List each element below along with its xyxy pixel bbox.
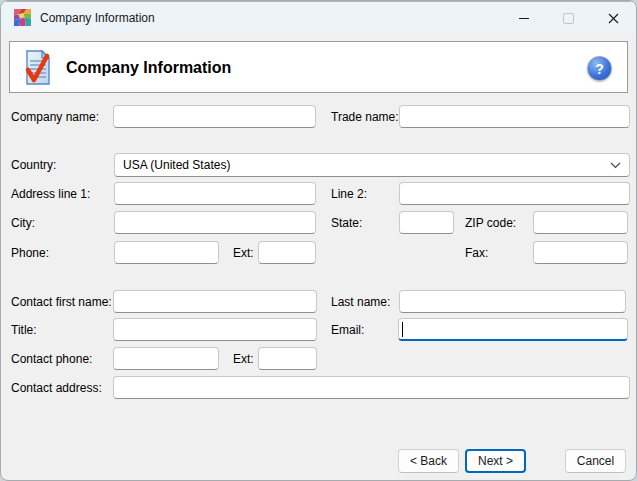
state-input[interactable] [399, 211, 454, 234]
zip-code-input[interactable] [533, 211, 628, 234]
contact-address-input[interactable] [113, 376, 630, 399]
title-label: Title: [11, 323, 37, 337]
titlebar[interactable]: Company Information [1, 1, 636, 33]
window-title: Company Information [40, 11, 155, 25]
minimize-icon [519, 18, 529, 19]
state-label: State: [331, 216, 362, 230]
city-label: City: [11, 216, 35, 230]
zip-code-label: ZIP code: [465, 216, 516, 230]
title-input[interactable] [113, 318, 317, 341]
address-line2-label: Line 2: [331, 187, 367, 201]
mosaic-app-icon [14, 9, 31, 26]
company-name-input[interactable] [113, 105, 316, 128]
cancel-button[interactable]: Cancel [565, 449, 626, 473]
dialog-header: Company Information ? [9, 41, 628, 93]
back-button[interactable]: < Back [398, 449, 459, 473]
phone-input[interactable] [114, 241, 219, 264]
company-name-label: Company name: [11, 110, 99, 124]
address-line2-input[interactable] [399, 182, 630, 205]
address-line1-label: Address line 1: [11, 187, 90, 201]
next-button[interactable]: Next > [465, 449, 526, 473]
minimize-button[interactable] [501, 3, 546, 33]
trade-name-label: Trade name: [331, 110, 399, 124]
company-information-dialog: Company Information [0, 0, 637, 481]
close-icon [608, 13, 619, 24]
country-label: Country: [11, 158, 56, 172]
contact-first-name-label: Contact first name: [11, 295, 112, 309]
help-button[interactable]: ? [587, 56, 612, 81]
document-check-icon [23, 49, 53, 87]
contact-address-label: Contact address: [11, 381, 102, 395]
last-name-input[interactable] [399, 290, 626, 313]
contact-ext-input[interactable] [258, 347, 317, 370]
email-label: Email: [331, 323, 364, 337]
maximize-icon [563, 13, 574, 24]
help-icon: ? [595, 61, 604, 77]
address-line1-input[interactable] [114, 182, 316, 205]
contact-phone-input[interactable] [113, 347, 219, 370]
fax-label: Fax: [465, 246, 488, 260]
fax-input[interactable] [533, 241, 628, 264]
trade-name-input[interactable] [399, 105, 630, 128]
phone-label: Phone: [11, 246, 49, 260]
maximize-button[interactable] [546, 3, 591, 33]
country-selected-value: USA (United States) [123, 158, 610, 172]
country-select[interactable]: USA (United States) [114, 153, 630, 177]
city-input[interactable] [114, 211, 316, 234]
chevron-down-icon [610, 162, 621, 169]
close-button[interactable] [591, 3, 636, 33]
page-title: Company Information [66, 42, 231, 94]
caption-buttons [501, 3, 636, 33]
contact-ext-label: Ext: [233, 352, 254, 366]
phone-ext-input[interactable] [258, 241, 316, 264]
last-name-label: Last name: [331, 295, 390, 309]
contact-first-name-input[interactable] [113, 290, 317, 313]
contact-phone-label: Contact phone: [11, 352, 92, 366]
phone-ext-label: Ext: [233, 246, 254, 260]
email-input[interactable] [398, 318, 628, 341]
text-caret [402, 322, 403, 337]
